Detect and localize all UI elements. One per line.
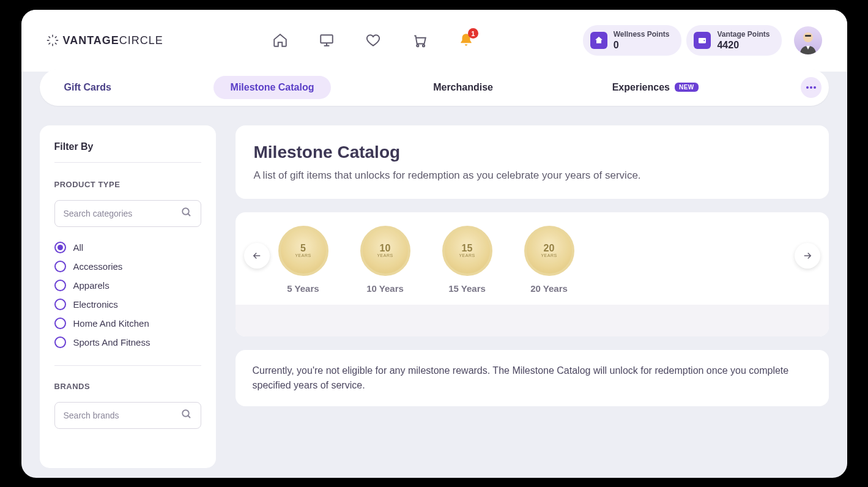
brands-label: BRANDS (54, 382, 201, 391)
more-tabs-button[interactable] (801, 77, 822, 98)
header-icons: 1 (272, 32, 475, 49)
category-radio-accessories[interactable]: Accessories (54, 257, 201, 276)
top-header: VANTAGECIRCLE 1 (21, 10, 847, 72)
milestone-item-10[interactable]: 10YEARS10 Years (360, 226, 410, 294)
vantage-value: 4420 (717, 39, 770, 51)
medal-icon: 15YEARS (442, 226, 492, 276)
new-badge: NEW (675, 83, 699, 92)
tab-experiences[interactable]: Experiences NEW (595, 76, 716, 99)
milestones-card: 5YEARS5 Years10YEARS10 Years15YEARS15 Ye… (236, 212, 829, 336)
svg-point-11 (182, 410, 189, 417)
svg-rect-0 (321, 35, 333, 43)
notification-count-badge: 1 (468, 28, 478, 39)
wallet-icon (694, 32, 711, 49)
radio-label: Apparels (73, 280, 109, 291)
milestone-label: 15 Years (448, 283, 486, 294)
brand-logo: VANTAGECIRCLE (46, 34, 163, 47)
arrow-left-icon (251, 250, 262, 261)
wellness-points-pill[interactable]: Wellness Points 0 (583, 25, 682, 56)
medal-icon: 20YEARS (524, 226, 574, 276)
page-header-card: Milestone Catalog A list of gift items t… (236, 125, 829, 199)
product-type-label: PRODUCT TYPE (54, 180, 201, 189)
milestone-label: 20 Years (530, 283, 568, 294)
wellness-icon (590, 32, 607, 49)
cart-icon[interactable] (411, 32, 428, 49)
home-icon[interactable] (272, 32, 289, 49)
radio-circle (54, 280, 66, 291)
svg-point-1 (417, 45, 418, 46)
brand-name: VANTAGE (63, 34, 119, 46)
search-icon[interactable] (181, 409, 192, 422)
milestones-row: 5YEARS5 Years10YEARS10 Years15YEARS15 Ye… (249, 226, 815, 305)
category-radio-home-and-kitchen[interactable]: Home And Kitchen (54, 314, 201, 333)
milestone-label: 5 Years (287, 283, 319, 294)
category-radio-sports-and-fitness[interactable]: Sports And Fitness (54, 333, 201, 352)
milestones-footer-bar (236, 305, 829, 336)
logo-icon (46, 34, 59, 47)
sidebar: Filter By PRODUCT TYPE AllAccessoriesApp… (40, 125, 216, 468)
milestone-item-15[interactable]: 15YEARS15 Years (442, 226, 492, 294)
page-title: Milestone Catalog (254, 143, 811, 162)
milestone-item-20[interactable]: 20YEARS20 Years (524, 226, 574, 294)
carousel-next-button[interactable] (795, 243, 820, 269)
medal-icon: 5YEARS (278, 226, 328, 276)
svg-point-10 (182, 208, 189, 215)
search-brands-input[interactable] (64, 411, 174, 420)
radio-label: All (73, 242, 84, 253)
search-categories-wrap (54, 200, 201, 227)
radio-circle (54, 318, 66, 329)
tab-milestone-catalog[interactable]: Milestone Catalog (213, 76, 332, 99)
radio-circle (54, 299, 66, 310)
svg-point-4 (704, 40, 705, 41)
milestone-item-5[interactable]: 5YEARS5 Years (278, 226, 328, 294)
category-radio-apparels[interactable]: Apparels (54, 276, 201, 295)
svg-rect-6 (805, 35, 811, 37)
points-wrap: Wellness Points 0 Vantage Points 4420 (583, 25, 823, 56)
radio-label: Sports And Fitness (73, 337, 150, 348)
brand-suffix: CIRCLE (119, 34, 163, 46)
wellness-label: Wellness Points (614, 30, 670, 39)
vantage-points-pill[interactable]: Vantage Points 4420 (686, 25, 782, 56)
tab-gift-cards[interactable]: Gift Cards (47, 76, 128, 99)
wellness-value: 0 (614, 39, 670, 51)
eligibility-notice: Currently, you're not eligible for any m… (236, 350, 829, 406)
main-content: Milestone Catalog A list of gift items t… (236, 125, 829, 468)
search-brands-wrap (54, 402, 201, 429)
category-radio-electronics[interactable]: Electronics (54, 295, 201, 314)
milestone-label: 10 Years (366, 283, 404, 294)
tab-merchandise[interactable]: Merchandise (416, 76, 510, 99)
svg-point-7 (806, 86, 809, 89)
tab-bar: Gift Cards Milestone Catalog Merchandise… (40, 69, 829, 106)
monitor-icon[interactable] (318, 32, 335, 49)
ellipsis-icon (806, 86, 816, 89)
category-radio-list[interactable]: AllAccessoriesApparelsElectronicsHome An… (54, 238, 201, 359)
filter-by-title: Filter By (54, 141, 201, 152)
search-icon[interactable] (181, 207, 192, 220)
svg-point-5 (803, 32, 813, 42)
svg-point-2 (423, 45, 425, 46)
radio-circle (54, 242, 66, 253)
radio-circle (54, 261, 66, 272)
page-description: A list of gift items that unlocks for re… (254, 169, 811, 182)
notification-bell-icon[interactable]: 1 (458, 32, 475, 49)
divider (54, 162, 201, 163)
vantage-label: Vantage Points (717, 30, 770, 39)
category-radio-all[interactable]: All (54, 238, 201, 257)
divider (54, 365, 201, 366)
heart-icon[interactable] (365, 32, 382, 49)
tab-experiences-label: Experiences (612, 82, 670, 93)
radio-label: Home And Kitchen (73, 318, 149, 329)
svg-point-8 (810, 86, 812, 89)
body: Filter By PRODUCT TYPE AllAccessoriesApp… (21, 108, 847, 468)
app-window: VANTAGECIRCLE 1 (21, 10, 847, 478)
radio-circle (54, 336, 66, 348)
radio-label: Electronics (73, 299, 118, 310)
radio-label: Accessories (73, 261, 123, 272)
carousel-prev-button[interactable] (244, 243, 270, 269)
medal-icon: 10YEARS (360, 226, 410, 276)
avatar[interactable] (794, 26, 822, 54)
search-categories-input[interactable] (64, 209, 174, 218)
arrow-right-icon (802, 250, 813, 261)
svg-point-9 (814, 86, 816, 89)
